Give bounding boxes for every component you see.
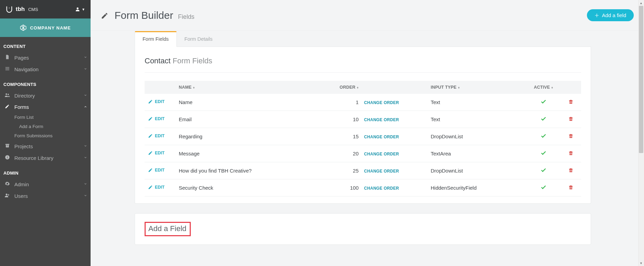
sidebar-item-resources[interactable]: Resource Library (0, 152, 91, 164)
svg-rect-8 (5, 70, 9, 70)
sidebar-item-pages[interactable]: Pages (0, 52, 91, 63)
users-icon (3, 92, 11, 99)
change-order-link[interactable]: CHANGE ORDER (364, 169, 399, 174)
sidebar-item-forms[interactable]: Forms (0, 101, 91, 113)
pencil-icon (101, 12, 108, 21)
check-icon (540, 134, 547, 140)
edit-link[interactable]: EDIT (148, 185, 164, 190)
card-title: Contact Form Fields (145, 56, 581, 73)
change-order-link[interactable]: CHANGE ORDER (364, 152, 399, 156)
sidebar-item-label: Pages (14, 55, 84, 61)
sidebar-item-label: Admin (14, 181, 84, 187)
scroll-down-icon[interactable]: ▼ (638, 260, 644, 266)
change-order-link[interactable]: CHANGE ORDER (364, 117, 399, 122)
change-order-link[interactable]: CHANGE ORDER (364, 135, 399, 139)
svg-point-1 (77, 8, 78, 9)
sidebar-top-bar: tbh CMS ▼ (0, 0, 91, 18)
table-row: EDITEmail10CHANGE ORDERText (145, 111, 581, 128)
svg-rect-27 (570, 153, 570, 154)
change-order-link[interactable]: CHANGE ORDER (364, 100, 399, 105)
cell-name: Email (175, 111, 336, 128)
card-title-light: Form Fields (173, 56, 212, 65)
delete-button[interactable] (568, 117, 574, 123)
table-row: EDITRegarding15CHANGE ORDERDropDownList (145, 128, 581, 145)
pencil-icon (148, 116, 153, 121)
svg-rect-24 (570, 136, 570, 137)
edit-label: EDIT (155, 151, 164, 155)
edit-label: EDIT (155, 134, 164, 138)
tab-details[interactable]: Form Details (177, 31, 220, 47)
pencil-icon (3, 104, 11, 110)
cell-name: How did you find TBH Creative? (175, 162, 336, 179)
sidebar-subitem-form-list[interactable]: Form List (0, 113, 91, 122)
sidebar-item-directory[interactable]: Directory (0, 90, 91, 101)
tab-fields[interactable]: Form Fields (135, 31, 177, 47)
sort-icon: ♦ (551, 86, 553, 89)
edit-link[interactable]: EDIT (148, 116, 164, 121)
edit-link[interactable]: EDIT (148, 134, 164, 138)
col-name[interactable]: NAME♦ (175, 81, 336, 94)
delete-button[interactable] (568, 100, 574, 106)
scroll-up-icon[interactable]: ▲ (638, 0, 644, 6)
chevron-down-icon (84, 55, 87, 60)
archive-icon (3, 143, 11, 149)
svg-rect-13 (6, 146, 8, 146)
chevron-down-icon (84, 193, 87, 198)
svg-point-10 (8, 94, 9, 95)
chevron-down-icon (84, 144, 87, 149)
edit-label: EDIT (155, 116, 164, 121)
svg-rect-7 (5, 68, 9, 69)
sidebar-item-admin[interactable]: Admin (0, 178, 91, 190)
table-row: EDITHow did you find TBH Creative?25CHAN… (145, 162, 581, 179)
table-row: EDITSecurity Check100CHANGE ORDERHiddenS… (145, 179, 581, 197)
edit-link[interactable]: EDIT (148, 151, 164, 155)
cell-input-type: DropDownList (427, 128, 526, 145)
add-field-title: Add a Field (148, 224, 186, 233)
pencil-icon (148, 134, 153, 138)
add-field-card: Add a Field (135, 213, 591, 245)
delete-button[interactable] (568, 186, 574, 191)
sidebar-item-projects[interactable]: Projects (0, 140, 91, 152)
col-input-type[interactable]: INPUT TYPE♦ (427, 81, 526, 94)
company-banner[interactable]: COMPANY NAME (0, 18, 91, 37)
scrollbar-thumb[interactable] (639, 6, 643, 153)
sidebar-item-users[interactable]: Users (0, 190, 91, 202)
fields-table: NAME♦ ORDER♦ INPUT TYPE♦ ACTIVE♦ EDITNam… (145, 81, 581, 197)
pencil-icon (148, 99, 153, 104)
edit-link[interactable]: EDIT (148, 99, 164, 104)
delete-button[interactable] (568, 134, 574, 140)
scrollbar[interactable]: ▲ ▼ (638, 0, 644, 266)
pencil-icon (148, 151, 153, 155)
change-order-link[interactable]: CHANGE ORDER (364, 186, 399, 191)
sidebar-subitem-add-form[interactable]: Add a Form (0, 122, 91, 131)
brand-suffix: CMS (28, 7, 38, 12)
cell-order: 1 (336, 94, 361, 111)
sidebar-subitem-form-submissions[interactable]: Form Submissions (0, 131, 91, 140)
sidebar-item-label: Resource Library (14, 155, 84, 161)
page-title-text: Form Builder (115, 10, 173, 21)
col-active[interactable]: ACTIVE♦ (526, 81, 561, 94)
svg-rect-28 (571, 153, 571, 154)
edit-label: EDIT (155, 168, 164, 173)
col-order[interactable]: ORDER♦ (336, 81, 361, 94)
sidebar-item-navigation[interactable]: Navigation (0, 63, 91, 75)
delete-button[interactable] (568, 151, 574, 157)
sort-icon: ♦ (193, 86, 195, 89)
brand-mark-icon (5, 5, 13, 13)
svg-rect-19 (571, 101, 571, 103)
plus-icon (594, 13, 599, 18)
cell-order: 20 (336, 145, 361, 162)
delete-button[interactable] (568, 168, 574, 174)
add-field-button[interactable]: Add a field (587, 9, 634, 21)
cell-order: 15 (336, 128, 361, 145)
svg-rect-33 (570, 187, 570, 189)
cell-name: Name (175, 94, 336, 111)
card-title-strong: Contact (145, 56, 171, 65)
edit-label: EDIT (155, 99, 164, 104)
edit-link[interactable]: EDIT (148, 168, 164, 173)
check-icon (540, 100, 547, 106)
brand-logo[interactable]: tbh CMS (5, 5, 38, 13)
svg-rect-25 (571, 136, 571, 137)
page-subtitle: Fields (178, 13, 194, 21)
user-menu[interactable]: ▼ (75, 7, 85, 12)
